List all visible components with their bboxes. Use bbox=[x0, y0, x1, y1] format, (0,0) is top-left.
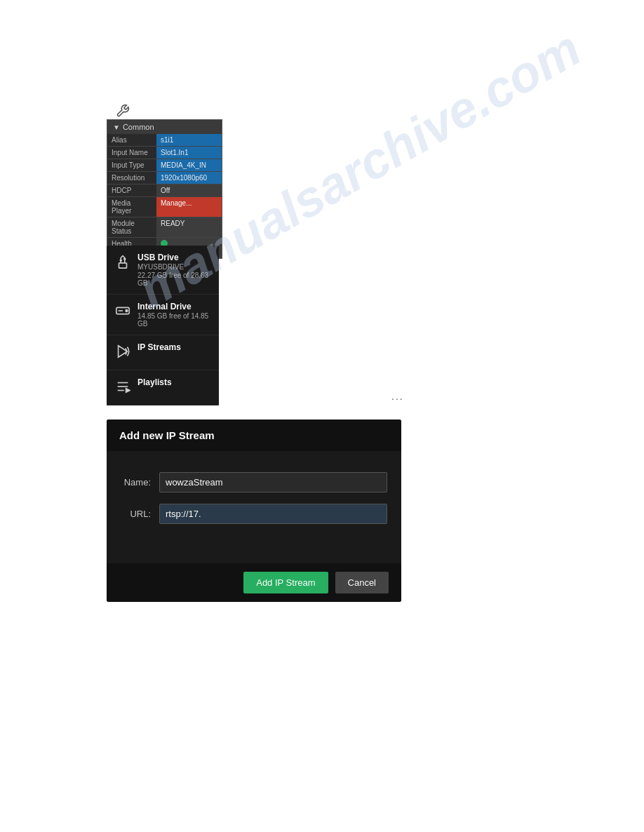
usb-drive-icon bbox=[115, 254, 130, 273]
dialog-body: Name: URL: bbox=[107, 451, 401, 549]
panel-row-media-player[interactable]: Media Player Manage... bbox=[107, 197, 222, 217]
usb-drive-text: USB Drive MYUSBDRIVE 22.27 GB free of 28… bbox=[137, 253, 210, 287]
panel-row-input-type: Input Type MEDIA_4K_IN bbox=[107, 159, 222, 172]
dialog-name-label: Name: bbox=[121, 477, 159, 488]
panel-collapse-arrow[interactable]: ▼ bbox=[113, 123, 120, 131]
panel-value-media-player[interactable]: Manage... bbox=[156, 197, 222, 217]
panel-row-module-status: Module Status READY bbox=[107, 217, 222, 238]
panel-row-resolution: Resolution 1920x1080p60 bbox=[107, 172, 222, 184]
dialog-title: Add new IP Stream bbox=[107, 420, 401, 451]
dialog-name-field: Name: bbox=[121, 472, 387, 492]
panel-value-input-name: Slot1.In1 bbox=[156, 147, 222, 159]
panel-value-input-type: MEDIA_4K_IN bbox=[156, 159, 222, 171]
panel-label-resolution: Resolution bbox=[107, 172, 156, 184]
cancel-button[interactable]: Cancel bbox=[335, 572, 389, 593]
settings-icon-area bbox=[116, 104, 130, 121]
properties-panel: ▼ Common Alias s1i1 Input Name Slot1.In1… bbox=[107, 119, 222, 259]
ip-streams-icon bbox=[115, 344, 130, 363]
panel-value-module-status: READY bbox=[156, 217, 222, 237]
svg-rect-0 bbox=[119, 263, 127, 268]
usb-drive-title: USB Drive bbox=[137, 253, 210, 262]
panel-label-hdcp: HDCP bbox=[107, 184, 156, 196]
playlists-text: Playlists bbox=[137, 377, 172, 387]
ellipsis-dots: ... bbox=[391, 391, 404, 402]
dialog-url-field: URL: bbox=[121, 504, 387, 524]
svg-point-5 bbox=[126, 310, 128, 312]
add-ip-stream-dialog: Add new IP Stream Name: URL: Add IP Stre… bbox=[107, 420, 401, 602]
panel-label-media-player: Media Player bbox=[107, 197, 156, 217]
svg-point-1 bbox=[120, 260, 121, 261]
dialog-url-label: URL: bbox=[121, 509, 159, 519]
svg-marker-11 bbox=[126, 389, 130, 393]
usb-drive-name: MYUSBDRIVE bbox=[137, 263, 210, 271]
playlists-icon bbox=[115, 379, 130, 398]
media-item-playlists[interactable]: Playlists bbox=[107, 370, 219, 405]
media-panel: USB Drive MYUSBDRIVE 22.27 GB free of 28… bbox=[107, 246, 219, 405]
internal-drive-icon bbox=[115, 303, 130, 322]
ip-streams-title: IP Streams bbox=[137, 342, 181, 352]
usb-drive-space: 22.27 GB free of 28.63 GB bbox=[137, 271, 210, 287]
playlists-title: Playlists bbox=[137, 377, 172, 387]
panel-value-alias: s1i1 bbox=[156, 134, 222, 146]
svg-marker-7 bbox=[119, 346, 128, 358]
panel-row-alias: Alias s1i1 bbox=[107, 134, 222, 147]
panel-row-input-name: Input Name Slot1.In1 bbox=[107, 147, 222, 159]
media-item-usb[interactable]: USB Drive MYUSBDRIVE 22.27 GB free of 28… bbox=[107, 246, 219, 295]
panel-row-hdcp: HDCP Off bbox=[107, 184, 222, 197]
panel-header: ▼ Common bbox=[107, 120, 222, 134]
internal-drive-space: 14.85 GB free of 14.85 GB bbox=[137, 312, 210, 328]
dialog-footer: Add IP Stream Cancel bbox=[107, 563, 401, 602]
media-item-internal[interactable]: Internal Drive 14.85 GB free of 14.85 GB bbox=[107, 295, 219, 335]
dialog-name-input[interactable] bbox=[159, 472, 387, 492]
panel-label-input-type: Input Type bbox=[107, 159, 156, 171]
panel-label-input-name: Input Name bbox=[107, 147, 156, 159]
panel-value-resolution: 1920x1080p60 bbox=[156, 172, 222, 184]
panel-value-hdcp: Off bbox=[156, 184, 222, 196]
ip-streams-text: IP Streams bbox=[137, 342, 181, 352]
dialog-url-input[interactable] bbox=[159, 504, 387, 524]
internal-drive-title: Internal Drive bbox=[137, 302, 210, 311]
add-ip-stream-button[interactable]: Add IP Stream bbox=[243, 572, 328, 593]
panel-label-module-status: Module Status bbox=[107, 217, 156, 237]
panel-label-alias: Alias bbox=[107, 134, 156, 146]
wrench-icon bbox=[116, 104, 130, 118]
media-item-ip-streams[interactable]: IP Streams bbox=[107, 335, 219, 370]
internal-drive-text: Internal Drive 14.85 GB free of 14.85 GB bbox=[137, 302, 210, 328]
panel-header-label: Common bbox=[123, 123, 154, 131]
